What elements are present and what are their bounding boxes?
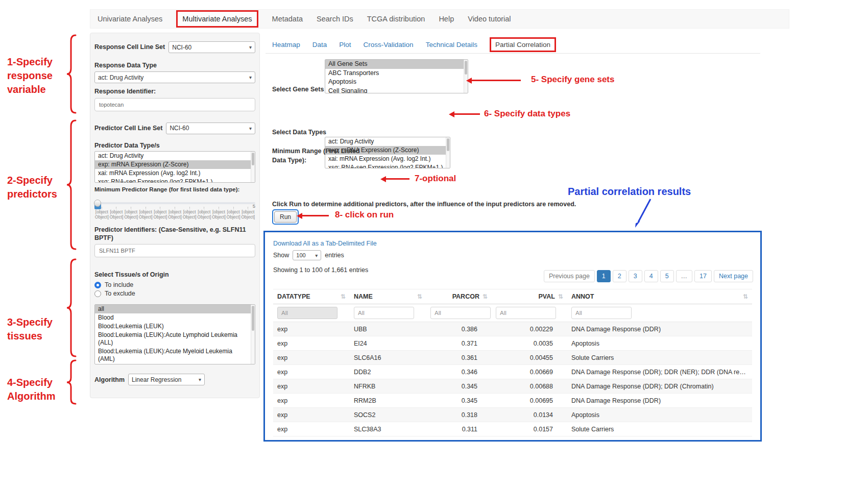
predictor-identifiers-input[interactable] bbox=[94, 244, 255, 257]
page-number-button[interactable]: 4 bbox=[644, 270, 658, 282]
sort-icon: ⇅ bbox=[743, 293, 748, 300]
annotation-brace-4 bbox=[66, 359, 78, 405]
scrollbar[interactable] bbox=[446, 137, 450, 168]
listbox-option[interactable]: xai: mRNA Expression (Avg. log2 Int.) bbox=[95, 169, 255, 178]
next-page-button[interactable]: Next page bbox=[714, 270, 753, 282]
table-row[interactable]: exp EI24 0.371 0.0035 Apoptosis bbox=[273, 336, 752, 351]
table-row[interactable]: exp RRM2B 0.345 0.00695 DNA Damage Respo… bbox=[273, 394, 752, 408]
slider-tick: [object Object] bbox=[153, 207, 168, 219]
slider-ticks: [object Object][object Object][object Ob… bbox=[94, 207, 255, 219]
cell-datatype: exp bbox=[273, 394, 350, 408]
tab[interactable]: Technical Details bbox=[426, 41, 477, 48]
response-cell-line-set-label: Response Cell Line Set bbox=[94, 43, 165, 51]
listbox-option[interactable]: act: Drug Activity bbox=[325, 137, 450, 146]
table-row[interactable]: exp SLC38A3 0.311 0.0157 Solute Carriers bbox=[273, 422, 752, 436]
column-header-pval[interactable]: PVAL ⇅ bbox=[492, 289, 567, 304]
download-link[interactable]: Download All as a Tab-Delimited File bbox=[273, 240, 377, 247]
tab[interactable]: Cross-Validation bbox=[364, 41, 414, 48]
radio-label: To include bbox=[105, 281, 133, 288]
show-label: Show bbox=[273, 252, 289, 259]
cell-datatype: exp bbox=[273, 422, 350, 436]
nav-item[interactable]: Video tutorial bbox=[468, 15, 511, 23]
select-value: 100 bbox=[296, 252, 305, 258]
filter-name-input[interactable] bbox=[354, 307, 414, 319]
top-nav: Univariate Analyses Multivariate Analyse… bbox=[90, 9, 789, 29]
nav-item[interactable]: Search IDs bbox=[317, 15, 353, 23]
filter-pval-input[interactable] bbox=[496, 307, 556, 319]
listbox-option[interactable]: exp: mRNA Expression (Z-Score) bbox=[95, 160, 255, 169]
run-button[interactable]: Run bbox=[274, 211, 297, 223]
cell-name: RRM2B bbox=[350, 394, 426, 408]
scrollbar-thumb[interactable] bbox=[252, 306, 254, 331]
filter-datatype-input[interactable] bbox=[277, 307, 337, 319]
annotation-brace-2 bbox=[66, 119, 78, 251]
gene-sets-listbox[interactable]: All Gene Sets ABC Transporters Apoptosis… bbox=[325, 59, 468, 93]
listbox-option[interactable]: xsq: RNA-seq Expression (log2 FPKM+1.) bbox=[95, 178, 255, 183]
listbox-option[interactable]: all bbox=[95, 305, 255, 313]
table-row[interactable]: exp SOCS2 0.318 0.0134 Apoptosis bbox=[273, 408, 752, 422]
annotation-brace-1 bbox=[66, 34, 78, 114]
tab[interactable]: Partial Correlation bbox=[490, 37, 556, 52]
listbox-option[interactable]: Cell Signaling bbox=[325, 87, 468, 93]
tab[interactable]: Data bbox=[312, 41, 327, 48]
nav-item[interactable]: Metadata bbox=[272, 15, 303, 23]
slider-handle[interactable] bbox=[94, 200, 101, 207]
listbox-option[interactable]: Apoptosis bbox=[325, 78, 468, 87]
previous-page-button[interactable]: Previous page bbox=[544, 270, 595, 282]
scrollbar[interactable] bbox=[464, 60, 468, 93]
radio-button[interactable] bbox=[94, 290, 101, 297]
filter-annot-input[interactable] bbox=[571, 307, 632, 319]
scrollbar[interactable] bbox=[251, 305, 255, 364]
page-number-button[interactable]: 1 bbox=[597, 270, 611, 282]
nav-item[interactable]: TCGA distribution bbox=[367, 15, 425, 23]
algorithm-select[interactable]: Linear Regression ▾ bbox=[128, 374, 205, 385]
filter-parcor-input[interactable] bbox=[430, 307, 491, 319]
slider-tick: [object Object] bbox=[109, 207, 124, 219]
response-cell-line-set-select[interactable]: NCI-60 ▾ bbox=[168, 41, 255, 53]
nav-item[interactable]: Univariate Analyses bbox=[98, 15, 162, 23]
column-header-name[interactable]: NAME ⇅ bbox=[350, 289, 426, 304]
slider-tick: [object Object] bbox=[167, 207, 182, 219]
predictor-cell-line-set-select[interactable]: NCI-60 ▾ bbox=[166, 123, 255, 134]
listbox-option[interactable]: ABC Transporters bbox=[325, 69, 468, 78]
run-button-highlight: Run bbox=[272, 209, 299, 225]
entries-per-page-select[interactable]: 100 ▾ bbox=[293, 250, 321, 260]
table-row[interactable]: exp NFRKB 0.345 0.00688 DNA Damage Respo… bbox=[273, 379, 752, 394]
page-number-button[interactable]: 2 bbox=[613, 270, 626, 282]
response-data-type-select[interactable]: act: Drug Activity ▾ bbox=[94, 71, 255, 83]
column-header-datatype[interactable]: DATATYPE ⇅ bbox=[273, 289, 350, 304]
page-number-button[interactable]: 3 bbox=[629, 270, 642, 282]
column-header-annot[interactable]: ANNOT ⇅ bbox=[567, 289, 752, 304]
radio-button[interactable] bbox=[94, 282, 101, 288]
listbox-option[interactable]: Blood:Leukemia (LEUK):Chronic Myelogenou… bbox=[95, 363, 255, 364]
listbox-option[interactable]: act: Drug Activity bbox=[95, 152, 255, 160]
listbox-option[interactable]: Blood:Leukemia (LEUK):Acute Myeloid Leuk… bbox=[95, 347, 255, 363]
annotation-step5: 5- Specify gene sets bbox=[531, 75, 614, 85]
slider-track[interactable] bbox=[94, 202, 255, 204]
tissue-listbox[interactable]: all Blood Blood:Leukemia (LEUK) Blood:Le… bbox=[94, 304, 255, 364]
listbox-option[interactable]: Blood bbox=[95, 313, 255, 322]
scrollbar-thumb[interactable] bbox=[252, 153, 254, 165]
table-row[interactable]: exp UBB 0.386 0.00229 DNA Damage Respons… bbox=[273, 322, 752, 336]
listbox-option[interactable]: All Gene Sets bbox=[325, 60, 468, 69]
nav-item[interactable]: Help bbox=[439, 15, 454, 23]
cell-name: DDB2 bbox=[350, 365, 426, 379]
tab[interactable]: Plot bbox=[339, 41, 351, 48]
page-number-button[interactable]: 17 bbox=[694, 270, 712, 282]
tab[interactable]: Heatmap bbox=[272, 41, 300, 48]
listbox-option[interactable]: Blood:Leukemia (LEUK):Acute Lymphoid Leu… bbox=[95, 331, 255, 347]
response-identifier-input[interactable] bbox=[94, 98, 255, 111]
scrollbar[interactable] bbox=[251, 152, 255, 182]
nav-item[interactable]: Multivariate Analyses bbox=[176, 10, 258, 28]
table-row[interactable]: exp DDB2 0.346 0.00669 DNA Damage Respon… bbox=[273, 365, 752, 379]
scrollbar-thumb[interactable] bbox=[465, 61, 467, 75]
listbox-option[interactable]: Blood:Leukemia (LEUK) bbox=[95, 322, 255, 331]
annotation-step1: 1-Specify response variable bbox=[7, 55, 64, 96]
table-row[interactable]: exp SLC6A16 0.361 0.00455 Solute Carrier… bbox=[273, 351, 752, 365]
page-number-button[interactable]: 5 bbox=[660, 270, 674, 282]
cell-datatype: exp bbox=[273, 365, 350, 379]
page-number-button[interactable]: … bbox=[676, 270, 693, 282]
column-header-parcor[interactable]: PARCOR ⇅ bbox=[426, 289, 492, 304]
scrollbar-thumb[interactable] bbox=[447, 138, 449, 151]
predictor-data-types-listbox[interactable]: act: Drug Activity exp: mRNA Expression … bbox=[94, 151, 255, 183]
